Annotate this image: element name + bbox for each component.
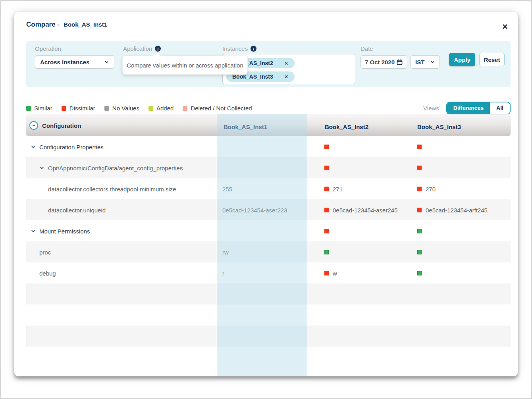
table-row-empty [26, 305, 511, 326]
legend-label: Added [156, 105, 173, 112]
row-label: debug [39, 270, 56, 276]
cell-inst2 [324, 250, 333, 254]
status-square-dissimilar-icon [417, 166, 422, 170]
row-label: Configuration Properties [39, 143, 104, 150]
row-expand-chevron-icon[interactable] [31, 144, 36, 149]
table-row: Mount Permissions [26, 220, 511, 241]
row-expand-chevron-icon[interactable] [39, 165, 44, 170]
configuration-collapse-button[interactable] [29, 121, 38, 130]
table-row-empty [26, 326, 511, 347]
legend-item-similar: Similar [26, 105, 52, 112]
status-square-dissimilar-icon [417, 208, 422, 212]
row-label: datacollector.uniqueid [48, 206, 106, 213]
table-row: proc rw [26, 241, 511, 262]
timezone-select[interactable]: IST [411, 55, 440, 69]
instances-label: Instances [222, 45, 248, 52]
close-icon[interactable]: ✕ [502, 23, 508, 31]
legend-color-swatch [104, 106, 109, 111]
operation-group: Operation Across Instances [35, 45, 114, 69]
cell-inst1: r [222, 270, 224, 276]
compare-dialog: Compare - Book_AS_Inst1 ✕ Operation Acro… [14, 12, 518, 376]
views-toggle: Differences All [446, 102, 511, 115]
table-row: Configuration Properties [26, 136, 511, 157]
table-row: datacollector.uniqueid 0e5cad-123454-ase… [26, 199, 511, 220]
legend-item-dissimilar: Dissimilar [62, 105, 95, 112]
reset-button[interactable]: Reset [479, 53, 505, 66]
cell-inst3: 270 [417, 185, 436, 192]
status-square-dissimilar-icon [324, 166, 329, 170]
title-prefix: Compare - [26, 21, 60, 29]
table-row: Opt/Appnomic/ConfigData/agent_config_pro… [26, 157, 511, 178]
chip-remove-icon[interactable]: ✕ [284, 60, 289, 66]
cell-inst1: 0e5cad-123454-aser223 [222, 206, 287, 213]
legend-label: Similar [34, 105, 52, 112]
cell-inst2: 0e5cad-123454-aser245 [324, 206, 397, 213]
status-square-similar-icon [417, 271, 422, 275]
cell-inst1: 255 [222, 185, 232, 192]
screen: Compare - Book_AS_Inst1 ✕ Operation Acro… [0, 0, 532, 399]
application-group: Application i [123, 45, 161, 52]
table-row-empty [26, 283, 511, 305]
chevron-down-icon [104, 60, 109, 65]
cell-inst2 [324, 145, 333, 149]
title-instance-name: Book_AS_Inst1 [64, 21, 107, 28]
cell-inst2: w [324, 270, 337, 276]
legend-label: Deleted / Not Collected [191, 105, 252, 112]
row-expand-chevron-icon[interactable] [31, 228, 36, 233]
legend-item-deleted-not-collected: Deleted / Not Collected [183, 105, 252, 112]
column-header-inst3: Book_AS_Inst3 [417, 123, 461, 130]
column-header-inst1: Book_AS_Inst1 [224, 123, 267, 130]
row-label: Opt/Appnomic/ConfigData/agent_config_pro… [48, 164, 183, 171]
views-option-differences[interactable]: Differences [447, 102, 490, 114]
cell-inst3 [417, 166, 426, 170]
cell-inst2: 271 [324, 185, 343, 192]
cell-inst3 [417, 271, 426, 275]
application-label: Application [123, 45, 152, 52]
date-label: Date [360, 45, 440, 52]
date-group: Date 7 Oct 2020 IST [360, 45, 440, 69]
legend-item-added: Added [148, 105, 173, 112]
views-label: Views [423, 105, 439, 112]
row-label: proc [39, 249, 51, 255]
cell-value: 271 [333, 185, 343, 192]
filter-bar: Operation Across Instances Application i… [26, 41, 511, 87]
cell-value: 0e5cad-123454-arft245 [426, 206, 488, 213]
row-label: Mount Permissions [39, 227, 90, 234]
calendar-icon [396, 59, 403, 66]
legend-label: No Values [112, 105, 139, 112]
status-square-dissimilar-icon [324, 187, 329, 191]
status-square-dissimilar-icon [324, 145, 329, 149]
tooltip-text: Compare values within or across applicat… [127, 62, 243, 69]
views-option-all[interactable]: All [490, 102, 510, 114]
info-icon[interactable]: i [155, 46, 161, 52]
cell-inst3: 0e5cad-123454-arft245 [417, 206, 488, 213]
date-picker[interactable]: 7 Oct 2020 [360, 55, 407, 69]
apply-button[interactable]: Apply [449, 53, 475, 66]
dialog-header: Compare - Book_AS_Inst1 ✕ [26, 21, 508, 31]
cell-value: 0e5cad-123454-aser245 [333, 206, 397, 213]
cell-inst3 [417, 250, 426, 254]
status-square-dissimilar-icon [324, 208, 329, 212]
cell-inst2 [324, 166, 333, 170]
legend-views-row: Similar Dissimilar No Values Added Delet… [26, 102, 511, 115]
column-header-inst2: Book_AS_Inst2 [325, 123, 368, 130]
chevron-down-icon [430, 60, 435, 65]
cell-inst3 [417, 145, 426, 149]
chip-remove-icon[interactable]: ✕ [284, 74, 289, 80]
info-icon[interactable]: i [251, 46, 256, 52]
legend-item-no-values: No Values [104, 105, 139, 112]
legend-label: Dissimilar [69, 105, 95, 112]
cell-inst3 [417, 229, 426, 233]
table-header: Configuration Book_AS_Inst1 Book_AS_Inst… [26, 114, 511, 136]
cell-value: w [333, 270, 337, 276]
status-square-similar-icon [417, 250, 422, 254]
cell-inst2 [324, 229, 333, 233]
status-square-dissimilar-icon [417, 187, 422, 191]
table-row: datacollector.collectors.threadpool.mini… [26, 178, 511, 199]
operation-value: Across Instances [40, 59, 89, 66]
operation-label: Operation [35, 45, 114, 52]
comparison-table: Configuration Book_AS_Inst1 Book_AS_Inst… [26, 114, 511, 376]
operation-select[interactable]: Across Instances [35, 55, 114, 69]
legend-color-swatch [62, 106, 66, 111]
status-square-dissimilar-icon [324, 229, 329, 233]
